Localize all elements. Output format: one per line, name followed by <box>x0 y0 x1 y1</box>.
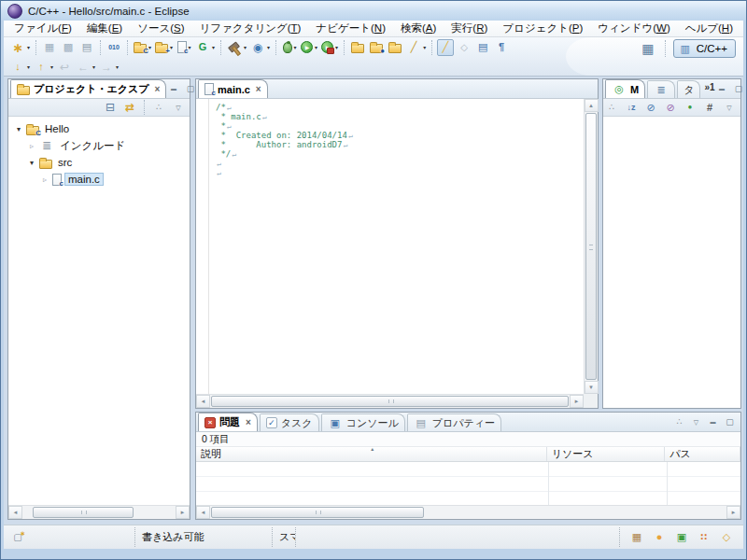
view-menu-button[interactable]: ∴ <box>150 99 167 116</box>
dropdown-arrow-icon[interactable]: ▾ <box>170 44 173 50</box>
menu-item-6[interactable]: 実行(R) <box>444 21 495 36</box>
scroll-left-icon[interactable]: ◄ <box>196 506 210 519</box>
right-tab-1[interactable]: ≣ <box>647 80 675 98</box>
sort-alpha-button[interactable]: ↓z <box>623 99 640 116</box>
forward-button[interactable]: →▾ <box>98 59 120 76</box>
hide-macros-button[interactable]: # <box>701 99 718 116</box>
tab-main-c[interactable]: main.c × <box>198 79 268 98</box>
menu-item-3[interactable]: リファクタリング(T) <box>192 21 309 36</box>
tree-item-1[interactable]: ▹≣インクルード <box>8 137 190 154</box>
menu-item-8[interactable]: ウィンドウ(W) <box>590 21 677 36</box>
menu-dropdown-button[interactable]: ▽ <box>689 416 703 428</box>
highlight-button[interactable]: ╱ <box>437 39 454 56</box>
hide-fields-button[interactable]: ⊘ <box>642 99 659 116</box>
view-menu-button[interactable]: ∴ <box>672 416 686 428</box>
build-config-button[interactable]: ◉▾ <box>249 39 271 56</box>
prev-annotation-button[interactable]: ↑▾ <box>33 59 54 76</box>
open-perspective-button[interactable]: ▦ <box>640 40 656 57</box>
bottom-tab-2[interactable]: ▣コンソール <box>321 413 405 431</box>
minimize-view-button[interactable]: ▬ <box>166 83 180 95</box>
new-c-file-button[interactable]: ▾ <box>176 39 192 56</box>
tree-item-3[interactable]: ▹main.c <box>8 171 190 188</box>
dropdown-arrow-icon[interactable]: ▾ <box>92 63 95 70</box>
last-edit-pen-button[interactable]: ╱▾ <box>405 39 427 56</box>
close-icon[interactable]: × <box>155 84 161 94</box>
open-type-button[interactable] <box>349 39 366 56</box>
tree-item-0[interactable]: ▾Hello <box>8 120 190 137</box>
menu-item-0[interactable]: ファイル(F) <box>7 21 79 36</box>
refresh-index-button[interactable]: G▾ <box>194 39 216 56</box>
trim-dots-button[interactable]: ∷ <box>696 529 712 546</box>
run-button[interactable]: ▾ <box>300 39 318 56</box>
right-tab-2[interactable]: タ <box>677 80 700 98</box>
build-button[interactable]: ▾ <box>226 39 247 56</box>
menu-item-2[interactable]: ソース(S) <box>130 21 191 36</box>
new-c-project-button[interactable]: ▾ <box>133 39 152 56</box>
hide-inactive-button[interactable]: ● <box>682 99 698 116</box>
trim-box-button[interactable]: ▦ <box>628 529 645 546</box>
column-header-0[interactable]: 説明▴ <box>196 447 547 461</box>
menu-item-4[interactable]: ナビゲート(N) <box>308 21 393 36</box>
binary-button[interactable]: 010 <box>106 39 122 56</box>
dropdown-arrow-icon[interactable]: ▾ <box>315 44 317 50</box>
trim-star-button[interactable]: ◇ <box>718 529 735 546</box>
collapsed-arrow-icon[interactable]: ▹ <box>27 142 36 150</box>
dropdown-arrow-icon[interactable]: ▾ <box>27 63 30 70</box>
editor-area-icon[interactable]: ▢∗ <box>10 530 25 545</box>
collapse-all-button[interactable]: ⊟ <box>102 99 119 116</box>
right-panel-content[interactable] <box>603 117 740 408</box>
menu-item-9[interactable]: ヘルプ(H) <box>678 21 740 36</box>
trim-image-button[interactable]: ▣ <box>673 529 690 546</box>
editor-content[interactable]: /*↵ * main.c↵ *↵ * Created on: 2014/04/1… <box>210 99 584 394</box>
menu-item-5[interactable]: 検索(A) <box>393 21 444 36</box>
menu-dropdown-button[interactable]: ▽ <box>170 99 187 116</box>
tree-item-2[interactable]: ▾src <box>8 154 190 171</box>
editor-hscrollbar[interactable]: ◄ ► <box>196 394 584 408</box>
perspective-cpp-button[interactable]: ▥ C/C++ <box>673 39 736 58</box>
maximize-view-button[interactable]: ▢ <box>732 83 746 95</box>
problems-hscrollbar[interactable]: ◄ ► <box>196 505 740 519</box>
new-wizard-button[interactable]: ∗▾ <box>9 39 31 56</box>
dropdown-arrow-icon[interactable]: ▾ <box>244 44 247 50</box>
scroll-thumb[interactable] <box>211 396 569 407</box>
expanded-arrow-icon[interactable]: ▾ <box>27 159 36 167</box>
close-icon[interactable]: × <box>246 417 251 427</box>
bottom-tab-1[interactable]: ✓タスク <box>260 413 319 431</box>
scroll-right-icon[interactable]: ► <box>570 395 584 408</box>
scroll-up-icon[interactable]: ▲ <box>585 99 599 112</box>
right-tab-0[interactable]: ◎M <box>605 79 645 98</box>
annotation-ruler[interactable] <box>196 99 209 394</box>
show-whitespace-button[interactable]: ¶ <box>493 39 510 56</box>
dropdown-arrow-icon[interactable]: ▾ <box>27 44 30 50</box>
occurrences-button[interactable]: ◇ <box>456 39 472 56</box>
tab-project-explorer[interactable]: プロジェクト・エクスプ × <box>10 79 166 98</box>
debug-button[interactable]: ▾ <box>281 39 298 56</box>
show-blocks-button[interactable]: ▤ <box>474 39 491 56</box>
tab-overflow-indicator[interactable]: »1 <box>704 82 714 92</box>
last-edit-location-button[interactable]: ↩ <box>56 59 73 76</box>
problems-table-rows[interactable] <box>196 462 740 505</box>
dropdown-arrow-icon[interactable]: ▾ <box>423 44 426 50</box>
dropdown-arrow-icon[interactable]: ▾ <box>148 44 151 50</box>
maximize-button[interactable]: ▢ <box>723 416 737 428</box>
scroll-down-icon[interactable]: ▼ <box>585 381 599 394</box>
link-with-editor-button[interactable]: ⇄ <box>121 99 138 116</box>
save-all-button[interactable]: ▩ <box>60 39 77 56</box>
hide-static-button[interactable]: ⊘ <box>662 99 679 116</box>
run-external-button[interactable]: ▾ <box>320 39 339 56</box>
scroll-right-icon[interactable]: ► <box>726 506 740 519</box>
open-element-button[interactable] <box>368 39 385 56</box>
dropdown-arrow-icon[interactable]: ▾ <box>294 44 297 50</box>
expanded-arrow-icon[interactable]: ▾ <box>14 125 23 133</box>
project-explorer-hscrollbar[interactable]: ◄ ► <box>8 505 190 519</box>
bottom-tab-3[interactable]: ▤プロパティー <box>407 413 501 431</box>
close-icon[interactable]: × <box>256 84 261 94</box>
view-menu-button[interactable]: ∴ <box>603 99 620 116</box>
scroll-thumb[interactable] <box>585 113 597 380</box>
dropdown-arrow-icon[interactable]: ▾ <box>116 63 119 70</box>
editor-vscrollbar[interactable]: ▲ ▼ <box>584 99 598 394</box>
scroll-right-icon[interactable]: ► <box>176 506 190 519</box>
scroll-left-icon[interactable]: ◄ <box>8 506 22 519</box>
dropdown-arrow-icon[interactable]: ▾ <box>50 63 53 70</box>
back-button[interactable]: ←▾ <box>75 59 96 76</box>
